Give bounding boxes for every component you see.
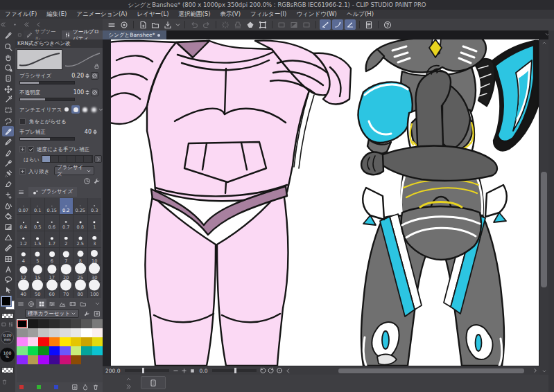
color-swatch[interactable] bbox=[60, 346, 71, 355]
tool-eraser[interactable] bbox=[2, 179, 14, 190]
color-swatch[interactable] bbox=[28, 337, 39, 346]
tone-settings-icon[interactable] bbox=[8, 321, 14, 328]
brush-size-2.5[interactable]: 2.5 bbox=[73, 231, 87, 247]
color-swatch[interactable] bbox=[28, 328, 39, 337]
tool-zoom[interactable] bbox=[2, 42, 14, 52]
collapse-property-dock-icon[interactable] bbox=[35, 21, 42, 28]
color-swatch[interactable] bbox=[28, 355, 39, 364]
help-button[interactable] bbox=[382, 19, 393, 30]
tab-color-wheel[interactable] bbox=[26, 299, 36, 308]
menu-item[interactable]: アニメーション(A) bbox=[71, 10, 132, 19]
dock-handle-icon[interactable] bbox=[12, 21, 18, 28]
fit-to-screen-button[interactable] bbox=[188, 367, 196, 375]
brush-size-6[interactable]: 6 bbox=[45, 248, 59, 264]
brush-size-1.2[interactable]: 1.2 bbox=[17, 231, 31, 247]
brush-size-0.5[interactable]: 0.5 bbox=[31, 215, 45, 231]
brush-size-slider[interactable] bbox=[19, 81, 75, 84]
brush-size-0.25[interactable]: 0.25 bbox=[73, 198, 87, 214]
brush-size-30[interactable]: 30 bbox=[88, 265, 102, 281]
inout-expand[interactable] bbox=[19, 168, 26, 175]
collapse-tool-dock-icon[interactable] bbox=[0, 21, 6, 28]
tool-frame-border[interactable] bbox=[2, 253, 14, 264]
tool-figure[interactable] bbox=[2, 232, 14, 242]
brush-size-12[interactable]: 12 bbox=[17, 265, 31, 281]
brush-size-0.7[interactable]: 0.7 bbox=[60, 215, 73, 231]
tab-color-history[interactable] bbox=[78, 299, 88, 308]
vertical-scrollbar[interactable] bbox=[539, 39, 548, 375]
opacity-value[interactable]: 100 bbox=[73, 89, 84, 96]
zoom-slider[interactable] bbox=[125, 369, 169, 372]
rotate-left-button[interactable] bbox=[259, 367, 267, 375]
tab-color-sliders[interactable] bbox=[46, 299, 57, 308]
harai-level-bar[interactable] bbox=[42, 155, 93, 163]
brush-size-5[interactable]: 5 bbox=[31, 248, 45, 264]
menu-item[interactable]: ファイル(F) bbox=[0, 10, 42, 19]
open-material-panel-button[interactable] bbox=[363, 19, 374, 30]
edit-color-set-icon[interactable] bbox=[83, 310, 90, 317]
tab-intermediate-color[interactable] bbox=[67, 299, 78, 308]
color-swatch[interactable] bbox=[38, 337, 49, 346]
tool-text[interactable] bbox=[2, 264, 14, 274]
harai-more-button[interactable] bbox=[94, 155, 102, 163]
stabilization-value[interactable]: 40 bbox=[85, 129, 92, 135]
menu-item[interactable]: 選択範囲(S) bbox=[173, 10, 215, 19]
snap-to-special-ruler-button[interactable] bbox=[332, 19, 343, 30]
color-swatch[interactable] bbox=[81, 319, 92, 328]
tool-airbrush[interactable] bbox=[2, 169, 14, 179]
zoom-value[interactable]: 200.0 bbox=[103, 368, 123, 374]
tool-current-pen[interactable] bbox=[2, 30, 14, 40]
color-set-dropdown[interactable]: 標準カラーセット bbox=[25, 309, 79, 318]
tool-fill[interactable] bbox=[2, 211, 14, 222]
tool-lasso[interactable] bbox=[2, 116, 14, 126]
brush-size-1.5[interactable]: 1.5 bbox=[31, 231, 45, 247]
brush-size-8[interactable]: 8 bbox=[73, 248, 87, 264]
color-swatch[interactable] bbox=[81, 328, 92, 337]
brush-size-0.2[interactable]: 0.2 bbox=[60, 198, 73, 214]
tool-marker[interactable] bbox=[2, 148, 14, 158]
color-swatch[interactable] bbox=[81, 337, 92, 346]
brush-size-15[interactable]: 15 bbox=[31, 265, 45, 281]
rotation-slider[interactable] bbox=[212, 369, 257, 372]
transparent-color-swatch[interactable] bbox=[1, 313, 14, 319]
open-file-button[interactable] bbox=[150, 19, 161, 30]
tab-subtool[interactable]: サブツール bbox=[24, 30, 60, 39]
selection-border-button[interactable] bbox=[301, 19, 312, 30]
color-swatch[interactable] bbox=[71, 355, 82, 364]
color-swatch[interactable] bbox=[17, 346, 28, 355]
reselect-button[interactable] bbox=[232, 19, 243, 30]
brush-size-1[interactable]: 1 bbox=[88, 215, 102, 231]
brush-size-3[interactable]: 3 bbox=[88, 231, 102, 247]
color-swatch[interactable] bbox=[92, 355, 103, 364]
window-titlebar[interactable]: シングとBanshee* (800 x 1000px 350dpi 200.0%… bbox=[0, 0, 554, 10]
color-swatch[interactable] bbox=[28, 319, 39, 328]
stabilization-slider[interactable] bbox=[19, 137, 75, 141]
scroll-down-icon[interactable] bbox=[539, 368, 548, 375]
color-swatch[interactable] bbox=[92, 328, 103, 337]
menu-item[interactable]: ヘルプ(H) bbox=[342, 10, 379, 19]
brush-width-badge[interactable]: 0.20 mm bbox=[1, 331, 14, 344]
expand-color-icon[interactable] bbox=[1, 321, 7, 328]
vertical-scroll-thumb[interactable] bbox=[541, 172, 547, 287]
tool-balloon[interactable] bbox=[2, 275, 14, 285]
save-options-button[interactable] bbox=[175, 19, 181, 30]
tool-ruler[interactable] bbox=[2, 243, 14, 253]
wrench-icon[interactable] bbox=[93, 177, 101, 185]
brush-size-0.4[interactable]: 0.4 bbox=[17, 215, 31, 231]
snap-to-ruler-button[interactable] bbox=[320, 19, 331, 30]
register-color-icon[interactable] bbox=[82, 384, 89, 391]
antialias-strong-button[interactable] bbox=[89, 105, 98, 114]
scroll-right-icon[interactable] bbox=[531, 367, 539, 375]
main-menu-button[interactable] bbox=[106, 19, 117, 30]
tool-pen[interactable] bbox=[2, 126, 14, 136]
tool-marquee[interactable] bbox=[2, 105, 14, 116]
tool-auto-select[interactable] bbox=[2, 95, 14, 105]
brush-size-70[interactable]: 70 bbox=[60, 282, 73, 298]
tool-decoration[interactable] bbox=[2, 190, 14, 200]
brush-size-50[interactable]: 50 bbox=[31, 282, 45, 298]
back-view-button[interactable] bbox=[284, 367, 292, 375]
brush-size-17[interactable]: 17 bbox=[45, 265, 59, 281]
tab-tool-property[interactable]: ツールプロパティ bbox=[62, 30, 103, 39]
color-swatch[interactable] bbox=[60, 337, 71, 346]
scroll-up-icon[interactable] bbox=[539, 39, 548, 46]
main-color-swatch[interactable] bbox=[1, 296, 11, 306]
